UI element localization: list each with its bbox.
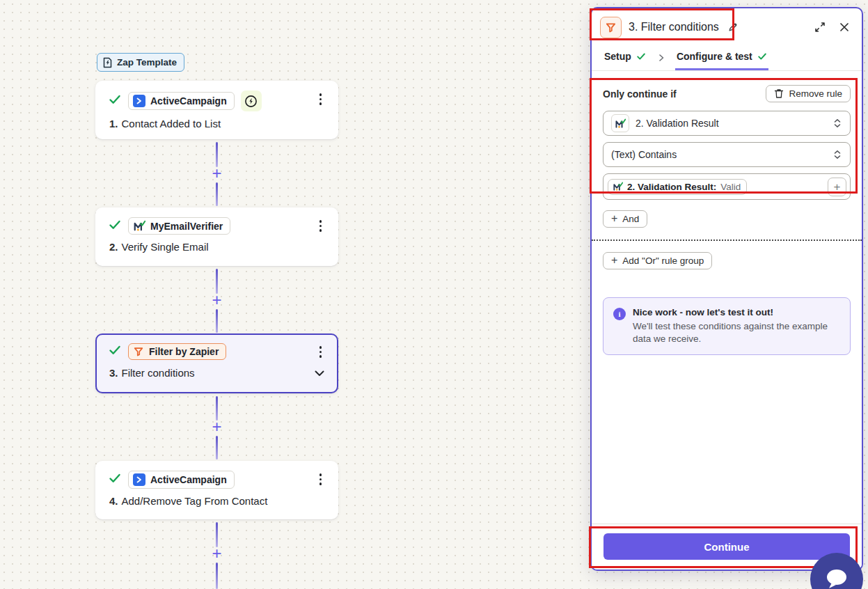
step-success-check-icon — [108, 471, 122, 488]
connector-line — [216, 563, 218, 589]
callout-body: We'll test these conditions against the … — [633, 320, 840, 345]
tab-check-icon — [636, 52, 646, 61]
step-menu-kebab-icon[interactable] — [315, 343, 326, 361]
app-pill-label: ActiveCampaign — [150, 95, 227, 107]
operator-select-value: (Text) Contains — [611, 149, 677, 160]
filter-funnel-icon — [600, 17, 622, 38]
add-step-button-4[interactable]: + — [210, 547, 223, 560]
step-card-3-filter-selected[interactable]: Filter by Zapier 3. Filter conditions — [95, 333, 338, 393]
step-title: Contact Added to List — [122, 118, 221, 129]
chat-bubble-icon — [823, 566, 851, 589]
tab-label: Configure & test — [677, 51, 752, 62]
and-button-label: And — [622, 214, 639, 224]
add-step-button-3[interactable]: + — [210, 421, 223, 434]
file-bolt-icon — [102, 57, 113, 68]
field-select-value: 2. Validation Result — [636, 118, 719, 129]
callout-title: Nice work - now let's test it out! — [633, 307, 840, 317]
field-select[interactable]: 2. Validation Result — [603, 111, 851, 136]
funnel-icon — [133, 346, 144, 357]
zap-editor-canvas: Zap Template + + + + ActiveCampaign — [0, 0, 868, 589]
step-number: 3. — [109, 367, 118, 379]
test-hint-callout: i Nice work - now let's test it out! We'… — [603, 297, 851, 355]
tab-configure-and-test[interactable]: Configure & test — [675, 45, 768, 70]
step-card-4[interactable]: ActiveCampaign 4. Add/Remove Tag From Co… — [95, 461, 338, 519]
app-pill-label: ActiveCampaign — [150, 474, 227, 485]
expand-icon[interactable] — [813, 20, 827, 34]
step-menu-kebab-icon[interactable] — [315, 217, 326, 235]
app-pill-activecampaign: ActiveCampaign — [128, 471, 235, 489]
or-group-divider — [592, 239, 862, 241]
tab-label: Setup — [604, 51, 631, 62]
remove-rule-button[interactable]: Remove rule — [766, 85, 851, 102]
pencil-icon[interactable] — [726, 20, 740, 34]
step-number: 4. — [109, 495, 118, 507]
chevron-right-icon — [657, 45, 665, 70]
app-pill-filter-by-zapier: Filter by Zapier — [128, 343, 226, 360]
step-card-1-trigger[interactable]: ActiveCampaign 1. Contact Added to List — [95, 81, 338, 139]
remove-rule-label: Remove rule — [789, 88, 842, 99]
panel-header: 3. Filter conditions — [592, 8, 862, 45]
step-card-2[interactable]: MyEmailVerifier 2. Verify Single Email — [95, 207, 338, 266]
continue-button[interactable]: Continue — [603, 533, 850, 560]
app-pill-label: MyEmailVerifier — [150, 221, 223, 232]
tab-check-icon — [757, 52, 767, 61]
connector-line — [216, 182, 218, 206]
chip-label: 2. Validation Result: — [627, 182, 716, 192]
myemailverifier-icon — [133, 220, 145, 232]
info-icon: i — [613, 308, 626, 320]
instant-trigger-icon — [241, 91, 262, 111]
step-success-check-icon — [108, 218, 122, 235]
app-pill-activecampaign: ActiveCampaign — [128, 92, 235, 110]
chevron-down-icon[interactable] — [313, 367, 326, 379]
step-number: 2. — [109, 241, 118, 253]
step-title: Add/Remove Tag From Contact — [122, 495, 268, 507]
connector-line — [216, 436, 218, 460]
myemailverifier-icon — [613, 182, 623, 191]
activecampaign-icon — [133, 95, 145, 107]
add-step-button-2[interactable]: + — [210, 294, 223, 307]
or-button-label: Add "Or" rule group — [622, 256, 704, 266]
connector-line — [216, 309, 218, 333]
step-menu-kebab-icon[interactable] — [315, 91, 326, 108]
unfold-icon — [833, 118, 842, 129]
step-config-panel: 3. Filter conditions Setup — [590, 7, 863, 571]
add-or-rule-group-button[interactable]: + Add "Or" rule group — [603, 252, 712, 269]
step-title: Verify Single Email — [122, 241, 209, 253]
panel-title: 3. Filter conditions — [629, 21, 719, 33]
myemailverifier-icon — [611, 114, 629, 132]
step-success-check-icon — [108, 343, 122, 360]
activecampaign-icon — [133, 473, 145, 486]
close-icon[interactable] — [838, 21, 851, 33]
add-step-button-1[interactable]: + — [210, 167, 223, 180]
unfold-icon — [833, 149, 842, 160]
add-and-condition-button[interactable]: + And — [603, 210, 647, 228]
zap-template-badge: Zap Template — [97, 53, 184, 72]
step-number: 1. — [109, 118, 118, 129]
step-menu-kebab-icon[interactable] — [315, 471, 326, 488]
panel-content: Only continue if Remove rule 2. Validati… — [592, 72, 862, 524]
chip-value: Valid — [720, 182, 741, 192]
app-pill-myemailverifier: MyEmailVerifier — [128, 217, 230, 235]
step-success-check-icon — [108, 93, 122, 109]
step-title: Filter conditions — [122, 367, 195, 379]
insert-data-plus-button[interactable]: + — [828, 178, 846, 196]
only-continue-if-label: Only continue if — [603, 88, 677, 100]
tab-setup[interactable]: Setup — [603, 45, 647, 70]
plus-icon: + — [611, 255, 617, 266]
operator-select[interactable]: (Text) Contains — [603, 142, 851, 167]
mapped-value-chip[interactable]: 2. Validation Result: Valid — [608, 179, 747, 195]
zap-template-label: Zap Template — [117, 57, 177, 68]
panel-tabs: Setup Configure & test — [592, 45, 862, 71]
trash-icon — [774, 88, 784, 99]
value-input-row[interactable]: 2. Validation Result: Valid + — [603, 173, 851, 200]
plus-icon: + — [611, 213, 617, 224]
app-pill-label: Filter by Zapier — [149, 346, 219, 357]
